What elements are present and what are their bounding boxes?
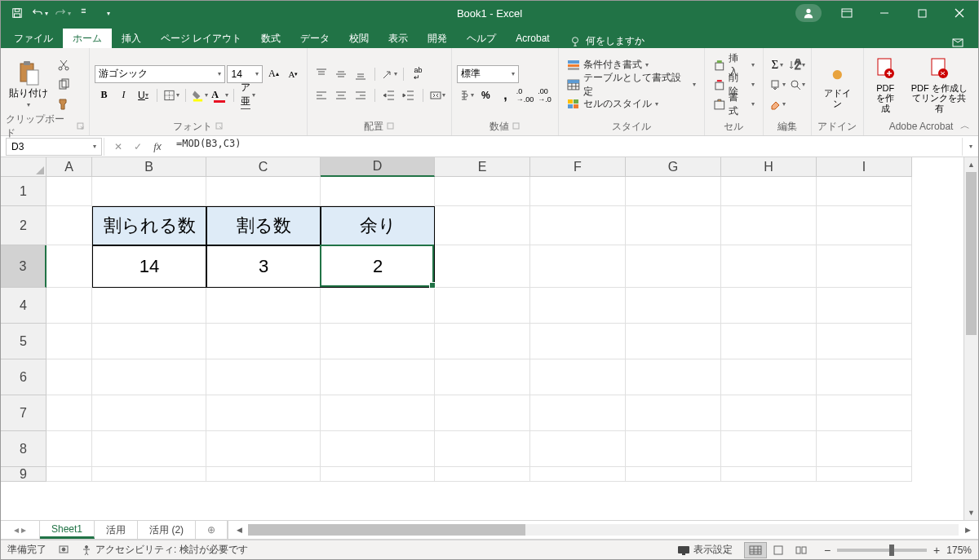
cell-A7[interactable] [47,395,92,431]
decrease-font-button[interactable]: A▾ [284,65,302,83]
user-account[interactable] [795,4,822,22]
wrap-text-button[interactable]: ab↵ [409,65,427,83]
horizontal-scrollbar[interactable]: ◀ ▶ [228,521,978,539]
cell-E3[interactable] [435,245,530,288]
find-button[interactable]: ▾ [788,76,806,94]
cell-G4[interactable] [626,288,721,324]
pdf-share-button[interactable]: PDF を作成し てリンクを共有 [905,54,973,114]
cell-B8[interactable] [92,431,206,467]
addin-button[interactable]: ● アドイン [817,59,858,109]
cell-B4[interactable] [92,288,206,324]
row-header-6[interactable]: 6 [1,359,47,395]
tab-ファイル[interactable]: ファイル [4,29,63,48]
increase-decimal-button[interactable]: .0→.00 [516,86,534,104]
orientation-button[interactable]: ▾ [380,65,398,83]
cells-area[interactable]: 割られる数割る数余り1432 [47,177,912,520]
cell-A1[interactable] [47,177,92,206]
phonetic-button[interactable]: ア亜▾ [239,86,257,104]
select-all-corner[interactable] [1,157,47,177]
col-header-E[interactable]: E [435,157,530,177]
merge-button[interactable]: ▾ [428,86,446,104]
cell-C3[interactable]: 3 [206,245,321,288]
cell-G9[interactable] [626,467,721,482]
ribbon-display-button[interactable] [828,1,866,25]
cell-I3[interactable] [817,245,912,288]
cell-D4[interactable] [321,288,435,324]
bold-button[interactable]: B [95,86,113,104]
row-header-9[interactable]: 9 [1,467,47,482]
col-header-I[interactable]: I [817,157,912,177]
cell-B9[interactable] [92,467,206,482]
vertical-scrollbar[interactable]: ▲ ▼ [963,157,978,520]
cell-F1[interactable] [530,177,626,206]
zoom-in-button[interactable]: + [933,544,940,557]
fx-button[interactable]: fx [148,139,166,155]
copy-button[interactable] [55,76,73,94]
cell-E1[interactable] [435,177,530,206]
scroll-down-button[interactable]: ▼ [964,505,978,520]
cell-H4[interactable] [721,288,817,324]
scroll-right-button[interactable]: ▶ [960,526,975,534]
cell-I8[interactable] [817,431,912,467]
cell-B1[interactable] [92,177,206,206]
cell-D8[interactable] [321,431,435,467]
format-painter-button[interactable] [55,95,73,113]
cell-D3[interactable]: 2 [321,245,435,288]
sheet-tab-Sheet1[interactable]: Sheet1 [40,521,95,539]
cell-F7[interactable] [530,395,626,431]
tab-ページ レイアウト[interactable]: ページ レイアウト [151,29,251,48]
col-header-G[interactable]: G [626,157,721,177]
cell-E7[interactable] [435,395,530,431]
increase-indent-button[interactable] [400,86,418,104]
align-left-button[interactable] [312,86,330,104]
cell-E6[interactable] [435,359,530,395]
tab-Acrobat[interactable]: Acrobat [506,29,559,48]
cell-E9[interactable] [435,467,530,482]
align-bottom-button[interactable] [352,65,370,83]
format-as-table-button[interactable]: テーブルとして書式設定 ▾ [564,76,698,94]
cell-B5[interactable] [92,324,206,359]
cell-E2[interactable] [435,206,530,245]
cell-F8[interactable] [530,431,626,467]
borders-button[interactable]: ▾ [162,86,180,104]
cancel-formula-button[interactable]: ✕ [109,139,127,155]
cell-F2[interactable] [530,206,626,245]
macro-record-icon[interactable] [58,543,69,557]
cell-I6[interactable] [817,359,912,395]
hscroll-thumb[interactable] [248,524,525,536]
cell-E4[interactable] [435,288,530,324]
formula-input[interactable]: =MOD(B3,C3) [171,138,962,156]
share-button[interactable] [942,37,975,48]
cell-B3[interactable]: 14 [92,245,206,288]
cell-B6[interactable] [92,359,206,395]
italic-button[interactable]: I [114,86,132,104]
cell-D7[interactable] [321,395,435,431]
cell-D2[interactable]: 余り [321,206,435,245]
row-header-7[interactable]: 7 [1,395,47,431]
expand-formula-button[interactable]: ▾ [962,138,978,156]
increase-font-button[interactable]: A▴ [264,65,282,83]
page-layout-view-button[interactable] [767,542,790,558]
accounting-format-button[interactable]: ▾ [457,86,475,104]
col-header-A[interactable]: A [47,157,92,177]
enter-formula-button[interactable]: ✓ [129,139,147,155]
row-header-5[interactable]: 5 [1,324,47,359]
row-header-1[interactable]: 1 [1,177,47,206]
cell-A5[interactable] [47,324,92,359]
tab-校閲[interactable]: 校閲 [339,29,379,48]
cell-C6[interactable] [206,359,321,395]
cell-F5[interactable] [530,324,626,359]
redo-button[interactable]: ▾ [53,3,73,23]
cell-A6[interactable] [47,359,92,395]
cell-A9[interactable] [47,467,92,482]
cell-G1[interactable] [626,177,721,206]
comma-button[interactable]: , [496,86,514,104]
cell-H3[interactable] [721,245,817,288]
cell-G8[interactable] [626,431,721,467]
cell-I1[interactable] [817,177,912,206]
tab-挿入[interactable]: 挿入 [112,29,151,48]
save-button[interactable] [7,3,27,23]
paste-button[interactable]: 貼り付け▾ [6,59,51,111]
cell-styles-button[interactable]: セルのスタイル ▾ [564,95,698,113]
tab-ヘルプ[interactable]: ヘルプ [457,29,506,48]
